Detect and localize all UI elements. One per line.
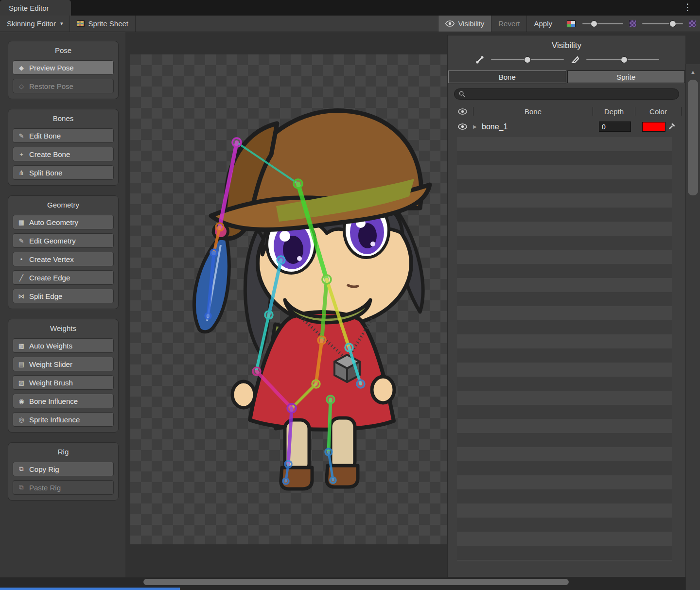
button-label: Copy Rig [29, 465, 59, 473]
paste-rig-button[interactable]: ⧉ Paste Rig [13, 480, 114, 495]
sprite-sheet-icon [77, 20, 85, 27]
tab-bone[interactable]: Bone [448, 70, 566, 83]
restore-pose-icon: ◇ [18, 83, 25, 90]
button-label: Split Edge [29, 292, 62, 300]
restore-pose-button[interactable]: ◇ Restore Pose [13, 79, 114, 93]
group-rig: Rig ⧉ Copy Rig ⧉ Paste Rig [8, 442, 119, 501]
sprite-sheet-button[interactable]: Sprite Sheet [70, 16, 135, 32]
button-label: Weight Brush [29, 379, 73, 387]
texture-preview-icon [629, 20, 636, 27]
column-divider [681, 107, 682, 116]
edit-bone-button[interactable]: ✎ Edit Bone [13, 128, 114, 143]
visibility-sliders [448, 55, 685, 70]
revert-label: Revert [498, 19, 520, 28]
edit-geometry-button[interactable]: ✎ Edit Geometry [13, 233, 114, 248]
split-edge-icon: ⋈ [18, 293, 25, 300]
window-menu-icon[interactable]: ⋮ [683, 1, 692, 13]
eyedropper-icon[interactable] [668, 123, 675, 130]
tab-bone-label: Bone [499, 73, 516, 81]
split-bone-button[interactable]: ⋔ Split Bone [13, 165, 114, 180]
button-label: Split Bone [29, 169, 62, 177]
search-box[interactable] [454, 88, 679, 100]
apply-button[interactable]: Apply [527, 16, 559, 32]
revert-button[interactable]: Revert [491, 16, 526, 32]
expand-arrow-icon[interactable]: ▶ [473, 124, 482, 129]
apply-label: Apply [534, 19, 552, 28]
skinning-editor-dropdown[interactable]: Skinning Editor ▾ [0, 16, 70, 32]
bone-influence-button[interactable]: ◉ Bone Influence [13, 394, 114, 408]
header-bone: Bone [473, 107, 593, 116]
depth-input[interactable] [599, 121, 631, 132]
bone-table-header: Bone Depth Color [448, 104, 685, 119]
horizontal-scrollbar[interactable] [0, 577, 685, 587]
button-label: Create Bone [29, 150, 70, 158]
slider-thumb[interactable] [525, 57, 530, 63]
preview-pose-icon: ◆ [18, 64, 25, 71]
auto-weights-icon: ▩ [18, 342, 25, 349]
character-sprite [130, 54, 447, 544]
auto-geometry-button[interactable]: ▦ Auto Geometry [13, 215, 114, 229]
copy-rig-icon: ⧉ [18, 465, 25, 473]
title-bar: Sprite Editor ⋮ [0, 0, 700, 16]
create-edge-button[interactable]: ╱ Create Edge [13, 270, 114, 285]
visibility-toggle-button[interactable]: Visibility [438, 16, 491, 32]
group-title: Rig [13, 445, 114, 458]
group-bones: Bones ✎ Edit Bone + Create Bone ⋔ Split … [8, 109, 119, 186]
search-input[interactable] [468, 90, 674, 99]
slider-track [582, 23, 623, 24]
tools-panel: Pose ◆ Preview Pose ◇ Restore Pose Bones… [0, 32, 125, 577]
paste-rig-icon: ⧉ [18, 484, 25, 491]
auto-weights-button[interactable]: ▩ Auto Weights [13, 338, 114, 353]
weight-slider-button[interactable]: ▤ Weight Slider [13, 357, 114, 371]
horizontal-scrollbar-thumb[interactable] [143, 579, 569, 585]
main-area: Pose ◆ Preview Pose ◇ Restore Pose Bones… [0, 32, 700, 577]
bone-opacity-icon [474, 55, 485, 65]
tab-sprite[interactable]: Sprite [567, 70, 685, 83]
button-label: Paste Rig [29, 484, 61, 492]
weight-brush-button[interactable]: ▨ Weight Brush [13, 375, 114, 390]
button-label: Bone Influence [29, 397, 78, 405]
button-label: Auto Geometry [29, 218, 78, 226]
create-bone-button[interactable]: + Create Bone [13, 147, 114, 161]
visibility-tabs: Bone Sprite [448, 70, 685, 83]
slider-thumb[interactable] [621, 57, 627, 63]
auto-geometry-icon: ▦ [18, 219, 25, 226]
tab-sprite-label: Sprite [616, 73, 635, 81]
scroll-up-arrow-icon[interactable]: ▲ [686, 65, 700, 79]
slider-thumb[interactable] [591, 21, 597, 27]
sprite-canvas[interactable] [130, 54, 447, 544]
button-label: Edit Bone [29, 132, 61, 140]
group-title: Bones [13, 111, 114, 124]
vertical-scrollbar-thumb[interactable] [688, 80, 698, 195]
group-title: Pose [13, 43, 114, 56]
bone-influence-icon: ◉ [18, 398, 25, 405]
split-edge-button[interactable]: ⋈ Split Edge [13, 289, 114, 303]
tab-sprite-editor[interactable]: Sprite Editor [0, 0, 71, 16]
toolbar-spacer [136, 16, 438, 32]
button-label: Auto Weights [29, 342, 72, 350]
visibility-panel-title: Visibility [448, 35, 685, 55]
row-visibility-eye-icon[interactable] [452, 123, 473, 130]
group-title: Geometry [13, 198, 114, 211]
split-bone-icon: ⋔ [18, 169, 25, 176]
button-label: Preview Pose [29, 64, 74, 72]
button-label: Create Vertex [29, 255, 74, 263]
edit-geometry-icon: ✎ [18, 237, 25, 244]
vertical-scrollbar[interactable]: ▲ ▼ [685, 64, 700, 590]
bone-color-swatch[interactable] [642, 122, 665, 132]
bone-opacity-slider[interactable] [491, 56, 564, 63]
preview-pose-button[interactable]: ◆ Preview Pose [13, 60, 114, 75]
slider-thumb[interactable] [670, 21, 676, 27]
button-label: Restore Pose [29, 82, 73, 90]
create-vertex-button[interactable]: • Create Vertex [13, 252, 114, 266]
button-label: Edit Geometry [29, 237, 76, 245]
sprite-influence-button[interactable]: ◎ Sprite Influence [13, 412, 114, 427]
bone-table-row[interactable]: ▶ bone_1 [448, 119, 685, 135]
mesh-opacity-slider[interactable] [642, 20, 683, 27]
create-vertex-icon: • [18, 256, 25, 263]
copy-rig-button[interactable]: ⧉ Copy Rig [13, 462, 114, 476]
bone-name: bone_1 [482, 122, 594, 131]
mesh-opacity-slider[interactable] [586, 56, 659, 63]
search-icon [459, 91, 465, 97]
spritesheet-opacity-slider[interactable] [582, 20, 623, 27]
